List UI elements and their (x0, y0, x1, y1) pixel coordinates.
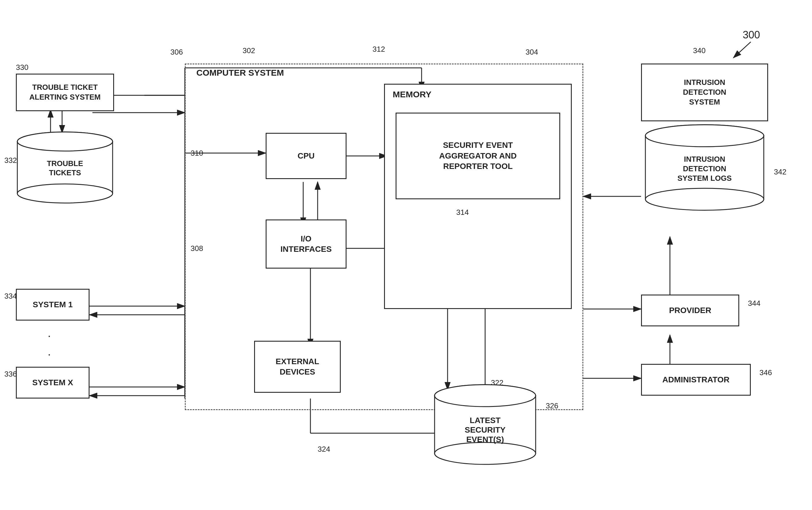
provider-box: PROVIDER (641, 294, 739, 326)
ids-label: INTRUSION DETECTION SYSTEM (683, 78, 726, 107)
ref-330: 330 (16, 63, 28, 72)
svg-text:SECURITY: SECURITY (465, 425, 505, 434)
seart-box: SECURITY EVENT AGGREGATOR AND REPORTER T… (396, 113, 560, 199)
svg-point-45 (17, 132, 113, 151)
diagram: 300 COMPUTER SYSTEM 302 MEMORY 304 312 C… (0, 0, 812, 510)
ref-344: 344 (748, 299, 760, 308)
administrator-label: ADMINISTRATOR (662, 374, 729, 385)
svg-text:TROUBLE: TROUBLE (47, 159, 83, 168)
trouble-ticket-alerting-label: TROUBLE TICKET ALERTING SYSTEM (29, 83, 100, 102)
cpu-label: CPU (297, 151, 315, 161)
system1-label: SYSTEM 1 (33, 300, 72, 310)
ref-324: 324 (318, 445, 330, 454)
trouble-tickets-cylinder: TROUBLE TICKETS (16, 132, 114, 204)
ids-logs-cylinder: INTRUSION DETECTION SYSTEM LOGS (644, 124, 765, 211)
cpu-box: CPU (266, 133, 347, 179)
trouble-ticket-alerting-box: TROUBLE TICKET ALERTING SYSTEM (16, 74, 114, 111)
provider-label: PROVIDER (669, 305, 711, 316)
ext-devices-box: EXTERNAL DEVICES (254, 341, 341, 393)
seart-label: SECURITY EVENT AGGREGATOR AND REPORTER T… (439, 140, 517, 172)
ref-340: 340 (693, 46, 705, 55)
administrator-box: ADMINISTRATOR (641, 364, 751, 396)
latest-security-cylinder: LATEST SECURITY EVENT(S) (433, 384, 537, 465)
svg-text:DETECTION: DETECTION (683, 164, 726, 173)
ref-314: 314 (456, 208, 469, 217)
svg-text:TICKETS: TICKETS (49, 168, 81, 177)
io-label: I/O INTERFACES (280, 234, 331, 255)
ref-304: 304 (526, 48, 538, 57)
svg-text:SYSTEM LOGS: SYSTEM LOGS (677, 174, 732, 182)
svg-line-3 (733, 42, 751, 58)
ref-302: 302 (242, 46, 255, 55)
ref-308: 308 (191, 244, 203, 253)
ref-300: 300 (743, 29, 760, 41)
ref-326: 326 (546, 401, 558, 410)
memory-label: MEMORY (393, 89, 431, 100)
ref-346: 346 (759, 368, 772, 377)
ref-312: 312 (373, 45, 385, 54)
ref-306: 306 (170, 48, 183, 57)
ref-332: 332 (4, 156, 17, 165)
computer-system-label: COMPUTER SYSTEM (196, 68, 284, 78)
ref-342: 342 (774, 168, 786, 176)
svg-text:EVENT(S): EVENT(S) (466, 435, 504, 444)
svg-point-38 (435, 385, 535, 406)
svg-text:LATEST: LATEST (470, 416, 501, 425)
svg-text:INTRUSION: INTRUSION (684, 155, 725, 164)
systemx-label: SYSTEM X (32, 377, 74, 388)
systemx-box: SYSTEM X (16, 367, 89, 399)
ref-336: 336 (4, 370, 17, 378)
svg-point-50 (645, 188, 764, 210)
ext-devices-label: EXTERNAL DEVICES (276, 357, 319, 377)
ref-334: 334 (4, 292, 17, 301)
svg-point-44 (17, 184, 113, 203)
ref-310: 310 (191, 149, 203, 158)
ref-322: 322 (491, 378, 503, 387)
svg-point-51 (645, 125, 764, 147)
system1-box: SYSTEM 1 (16, 289, 89, 320)
io-box: I/O INTERFACES (266, 220, 347, 268)
svg-point-37 (435, 443, 535, 464)
ids-box: INTRUSION DETECTION SYSTEM (641, 63, 768, 121)
